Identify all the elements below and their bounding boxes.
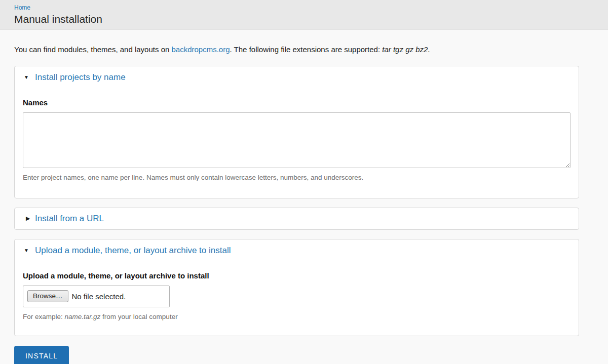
breadcrumb-home-link[interactable]: Home	[14, 4, 30, 11]
fieldset-install-from-url-toggle[interactable]: ▶ Install from a URL	[15, 208, 579, 229]
intro-trailing-period: .	[428, 45, 430, 54]
fieldset-upload-archive-legend: Upload a module, theme, or layout archiv…	[35, 245, 231, 256]
fieldset-install-by-name-legend: Install projects by name	[35, 72, 126, 83]
page-title: Manual installation	[14, 13, 594, 26]
fieldset-upload-archive: ▼ Upload a module, theme, or layout arch…	[14, 239, 579, 336]
upload-help-text: For example: name.tar.gz from your local…	[23, 312, 571, 321]
supported-extensions: tar tgz gz bz2	[382, 45, 428, 54]
names-label: Names	[23, 98, 571, 107]
main-content: You can find modules, themes, and layout…	[14, 30, 579, 364]
fieldset-install-from-url-legend: Install from a URL	[35, 213, 104, 224]
upload-help-filename: name.tar.gz	[65, 313, 101, 320]
names-help-text: Enter project names, one name per line. …	[23, 173, 571, 182]
intro-text-after-link: . The following file extensions are supp…	[230, 45, 383, 54]
browse-button[interactable]: Browse…	[27, 290, 68, 302]
intro-paragraph: You can find modules, themes, and layout…	[14, 44, 579, 55]
page-header: Home Manual installation	[0, 0, 608, 30]
fieldset-install-from-url: ▶ Install from a URL	[14, 208, 579, 230]
fieldset-upload-archive-body: Upload a module, theme, or layout archiv…	[15, 271, 579, 336]
fieldset-upload-archive-toggle[interactable]: ▼ Upload a module, theme, or layout arch…	[15, 239, 579, 262]
upload-archive-label: Upload a module, theme, or layout archiv…	[23, 271, 571, 280]
intro-text-before-link: You can find modules, themes, and layout…	[14, 45, 171, 54]
backdropcms-link[interactable]: backdropcms.org	[171, 45, 230, 54]
names-textarea[interactable]	[23, 112, 571, 168]
chevron-down-icon: ▼	[24, 75, 31, 80]
file-upload-input[interactable]: Browse… No file selected.	[23, 286, 170, 307]
chevron-down-icon: ▼	[24, 248, 31, 253]
fieldset-install-by-name-toggle[interactable]: ▼ Install projects by name	[15, 66, 579, 89]
fieldset-install-by-name: ▼ Install projects by name Names Enter p…	[14, 66, 579, 198]
no-file-selected-text: No file selected.	[72, 292, 126, 301]
upload-help-prefix: For example:	[23, 313, 65, 320]
fieldset-install-by-name-body: Names Enter project names, one name per …	[15, 98, 579, 197]
install-button[interactable]: INSTALL	[14, 346, 69, 364]
chevron-right-icon: ▶	[26, 216, 32, 221]
upload-help-suffix: from your local computer	[100, 313, 177, 320]
